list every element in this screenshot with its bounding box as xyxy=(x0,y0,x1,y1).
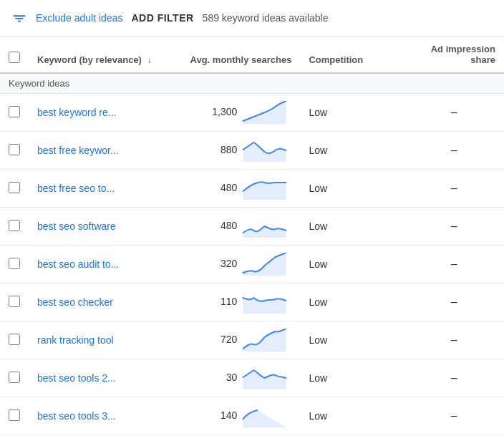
sparkline-chart xyxy=(241,367,291,389)
table-row: best seo software480Low– xyxy=(0,208,504,246)
header-keyword[interactable]: Keyword (by relevance) ↓ xyxy=(29,37,165,73)
sort-icon: ↓ xyxy=(147,55,152,65)
keyword-cell: best keyword re... xyxy=(29,94,165,132)
avg-monthly-cell: 720 xyxy=(165,321,301,359)
avg-monthly-cell: 480 xyxy=(165,208,301,246)
avg-number: 140 xyxy=(207,410,237,421)
add-filter-button[interactable]: ADD FILTER xyxy=(131,12,193,24)
row-checkbox[interactable] xyxy=(9,220,20,231)
keyword-cell: best seo checker xyxy=(29,284,165,321)
ad-share-cell: – xyxy=(404,170,504,208)
sparkline-chart xyxy=(241,329,291,352)
ad-share-cell: – xyxy=(404,94,504,132)
sparkline-chart xyxy=(241,215,291,238)
table-row: best free seo to...480Low– xyxy=(0,170,504,208)
keyword-cell: best free keywor... xyxy=(29,132,165,170)
avg-number: 110 xyxy=(207,296,237,307)
sparkline-chart xyxy=(241,177,291,200)
row-checkbox-cell xyxy=(0,170,29,208)
sparkline-chart xyxy=(241,253,291,276)
keyword-link[interactable]: best seo software xyxy=(37,220,116,232)
select-all-checkbox[interactable] xyxy=(9,52,20,63)
exclude-adult-link[interactable]: Exclude adult ideas xyxy=(36,12,122,24)
row-checkbox[interactable] xyxy=(9,106,20,117)
keyword-cell: best seo tools 2... xyxy=(29,359,165,397)
funnel-icon xyxy=(11,10,27,26)
toolbar: Exclude adult ideas ADD FILTER 589 keywo… xyxy=(0,0,504,37)
row-checkbox[interactable] xyxy=(9,372,20,383)
table-row: best keyword re...1,300Low– xyxy=(0,94,504,132)
ad-share-cell: – xyxy=(404,284,504,321)
avg-monthly-cell: 880 xyxy=(165,132,301,170)
avg-monthly-cell: 140 xyxy=(165,397,301,435)
competition-cell: Low xyxy=(300,359,404,397)
avg-monthly-cell: 1,300 xyxy=(165,94,301,132)
competition-cell: Low xyxy=(300,94,404,132)
row-checkbox-cell xyxy=(0,94,29,132)
keyword-link[interactable]: best seo tools 2... xyxy=(37,372,116,384)
avg-monthly-cell: 30 xyxy=(165,359,301,397)
avg-number: 320 xyxy=(207,258,237,269)
sparkline-chart xyxy=(241,404,291,427)
avg-number: 480 xyxy=(207,182,237,193)
avg-number: 720 xyxy=(207,334,237,345)
ad-share-cell: – xyxy=(404,321,504,359)
sparkline-chart xyxy=(241,101,291,124)
keyword-link[interactable]: best seo checker xyxy=(37,296,113,308)
avg-monthly-cell: 110 xyxy=(165,284,301,321)
header-avg-monthly: Avg. monthly searches xyxy=(165,37,301,73)
avg-number: 1,300 xyxy=(207,106,237,117)
avg-number: 480 xyxy=(207,220,237,231)
avg-number: 30 xyxy=(207,372,237,383)
header-ad-impression: Ad impression share xyxy=(404,37,504,73)
competition-cell: Low xyxy=(300,170,404,208)
ad-share-cell: – xyxy=(404,132,504,170)
sparkline-chart xyxy=(241,139,291,162)
keyword-link[interactable]: best free keywor... xyxy=(37,145,119,156)
competition-cell: Low xyxy=(300,397,404,435)
keyword-link[interactable]: rank tracking tool xyxy=(37,334,114,346)
keyword-cell: best seo audit to... xyxy=(29,246,165,284)
keyword-ideas-section: Keyword ideas xyxy=(0,73,504,94)
sparkline-chart xyxy=(241,291,291,314)
keyword-link[interactable]: best seo tools 3... xyxy=(37,410,116,422)
keyword-cell: best free seo to... xyxy=(29,170,165,208)
table-row: best seo tools 3...140Low– xyxy=(0,397,504,435)
competition-cell: Low xyxy=(300,132,404,170)
header-checkbox-cell xyxy=(0,37,29,73)
keyword-link[interactable]: best free seo to... xyxy=(37,183,115,194)
header-competition: Competition xyxy=(300,37,404,73)
row-checkbox[interactable] xyxy=(9,296,20,307)
row-checkbox-cell xyxy=(0,246,29,284)
row-checkbox-cell xyxy=(0,284,29,321)
row-checkbox[interactable] xyxy=(9,258,20,269)
keyword-cell: best seo software xyxy=(29,208,165,246)
ad-share-cell: – xyxy=(404,246,504,284)
row-checkbox-cell xyxy=(0,321,29,359)
row-checkbox[interactable] xyxy=(9,410,20,421)
avg-monthly-cell: 480 xyxy=(165,170,301,208)
competition-cell: Low xyxy=(300,208,404,246)
competition-cell: Low xyxy=(300,284,404,321)
keyword-count: 589 keyword ideas available xyxy=(203,12,329,24)
avg-number: 880 xyxy=(207,144,237,155)
row-checkbox[interactable] xyxy=(9,334,20,345)
row-checkbox[interactable] xyxy=(9,144,20,155)
keyword-table: Keyword (by relevance) ↓ Avg. monthly se… xyxy=(0,37,504,435)
keyword-link[interactable]: best keyword re... xyxy=(37,107,117,118)
table-row: best seo checker110Low– xyxy=(0,284,504,321)
ad-share-cell: – xyxy=(404,397,504,435)
table-row: best seo tools 2...30Low– xyxy=(0,359,504,397)
row-checkbox-cell xyxy=(0,359,29,397)
keyword-cell: best seo tools 3... xyxy=(29,397,165,435)
ad-share-cell: – xyxy=(404,359,504,397)
competition-cell: Low xyxy=(300,246,404,284)
ad-share-cell: – xyxy=(404,208,504,246)
competition-cell: Low xyxy=(300,321,404,359)
row-checkbox-cell xyxy=(0,132,29,170)
keyword-link[interactable]: best seo audit to... xyxy=(37,258,119,270)
keyword-cell: rank tracking tool xyxy=(29,321,165,359)
avg-monthly-cell: 320 xyxy=(165,246,301,284)
row-checkbox[interactable] xyxy=(9,182,20,193)
table-row: rank tracking tool720Low– xyxy=(0,321,504,359)
